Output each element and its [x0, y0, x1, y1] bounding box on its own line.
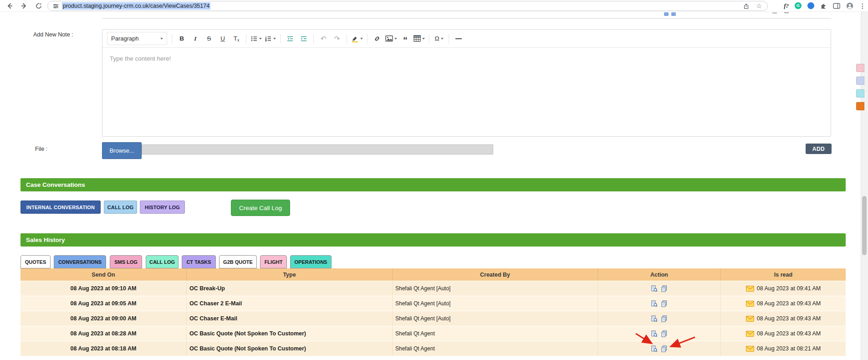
partial-blue-icon[interactable] [671, 12, 676, 16]
table-row: 08 Aug 2023 at 09:00 AM OC Chaser E-Mail… [20, 311, 846, 326]
highlight-button[interactable] [350, 33, 364, 45]
add-note-button[interactable]: ADD [806, 144, 832, 154]
preview-icon[interactable] [651, 300, 658, 307]
envelope-icon [746, 301, 754, 307]
bold-button[interactable]: B [175, 33, 189, 45]
side-panel-icon[interactable] [833, 3, 840, 9]
is-read-text: 08 Aug 2023 at 08:21 AM [757, 345, 821, 352]
envelope-icon [746, 346, 754, 352]
redo-button[interactable]: ↷ [330, 33, 344, 45]
fonts-extension-icon[interactable]: f? [784, 2, 789, 10]
side-tab-lavender[interactable] [856, 77, 864, 85]
is-read-text: 08 Aug 2023 at 09:43 AM [757, 315, 821, 322]
site-info-icon[interactable] [53, 3, 59, 9]
bookmark-star-icon[interactable]: ☆ [756, 3, 762, 9]
col-header-send-on: Send On [20, 268, 187, 281]
blockquote-button[interactable]: “ [398, 31, 412, 46]
copy-document-icon[interactable] [661, 345, 668, 352]
sales-history-table: Send On Type Created By Action Is read 0… [20, 268, 846, 356]
tab-call-log[interactable]: CALL LOG [146, 255, 179, 268]
copy-document-icon[interactable] [661, 300, 668, 307]
table-header-row: Send On Type Created By Action Is read [20, 268, 846, 281]
blue-extension-icon[interactable] [807, 2, 814, 9]
chevron-down-icon [394, 38, 397, 40]
tab-sms-log[interactable]: SMS LOG [110, 255, 142, 268]
editor-toolbar: Paragraph B I S U Tx [102, 30, 831, 48]
url-text[interactable]: product.staging.journey-crm.co.uk/case/V… [62, 3, 210, 9]
reload-icon[interactable] [33, 0, 45, 11]
remove-format-button[interactable]: Tx [230, 33, 243, 45]
toolbar-separator [280, 34, 281, 43]
preview-icon[interactable] [651, 345, 658, 352]
insert-table-button[interactable] [412, 33, 426, 45]
tab-conversations[interactable]: CONVERSATIONS [54, 255, 106, 268]
numbered-list-button[interactable] [263, 33, 277, 45]
section-divider [102, 18, 831, 19]
cell-type: OC Chaser E-Mail [187, 311, 393, 326]
table-row: 08 Aug 2023 at 08:28 AM OC Basic Quote (… [20, 326, 846, 341]
decrease-indent-button[interactable] [283, 33, 297, 45]
underline-button[interactable]: U [216, 33, 230, 45]
is-read-text: 08 Aug 2023 at 09:43 AM [757, 330, 821, 337]
profile-avatar-icon[interactable] [846, 2, 853, 10]
tab-quotes[interactable]: QUOTES [20, 255, 51, 268]
side-tab-orange[interactable] [856, 102, 864, 110]
forward-icon[interactable] [18, 0, 30, 11]
back-icon[interactable] [4, 0, 15, 11]
cell-send-on: 08 Aug 2023 at 09:10 AM [20, 281, 187, 296]
extensions-puzzle-icon[interactable] [820, 2, 827, 9]
cell-is-read: 08 Aug 2023 at 09:43 AM [721, 326, 846, 341]
share-icon[interactable] [743, 3, 750, 10]
file-input-field[interactable] [142, 144, 493, 154]
chevron-down-icon [259, 38, 262, 40]
add-new-note-label: Add New Note : [33, 31, 73, 38]
bulleted-list-button[interactable] [249, 33, 263, 45]
toolbar-separator [347, 34, 347, 43]
copy-document-icon[interactable] [661, 315, 668, 322]
case-conversations-header: Case Conversations [20, 178, 846, 191]
link-button[interactable] [370, 33, 384, 45]
undo-button[interactable]: ↶ [317, 33, 330, 45]
chevron-down-icon [273, 38, 276, 40]
side-tab-cyan[interactable] [856, 89, 864, 98]
paragraph-format-select[interactable]: Paragraph [107, 32, 167, 45]
is-read-text: 08 Aug 2023 at 09:41 AM [757, 285, 821, 292]
side-tab-pink[interactable] [856, 64, 864, 72]
cell-is-read: 08 Aug 2023 at 09:43 AM [721, 311, 846, 326]
partial-blue-icon[interactable] [664, 12, 669, 16]
tab-flight[interactable]: FLIGHT [260, 255, 287, 268]
address-bar[interactable]: product.staging.journey-crm.co.uk/case/V… [47, 1, 768, 11]
tab-g2b-quote[interactable]: G2B QUOTE [219, 255, 257, 268]
preview-icon[interactable] [651, 330, 658, 337]
internal-conversation-button[interactable]: INTERNAL CONVERSATION [20, 201, 101, 214]
remove-format-x: x [237, 38, 240, 42]
tab-operations[interactable]: OPERATIONS [290, 255, 332, 268]
envelope-icon [746, 286, 754, 292]
increase-indent-button[interactable] [297, 33, 311, 45]
chevron-down-icon [160, 38, 163, 40]
remove-format-t: T [234, 35, 237, 42]
cell-created-by: Shefali Qt Agent [393, 326, 598, 341]
grammarly-extension-icon[interactable]: G [795, 2, 802, 9]
italic-button[interactable]: I [189, 33, 202, 45]
horizontal-line-button[interactable] [452, 33, 465, 45]
rich-text-editor: Paragraph B I S U Tx [102, 29, 831, 137]
insert-image-button[interactable] [384, 33, 398, 45]
browse-button[interactable]: Browse... [102, 142, 142, 159]
preview-icon[interactable] [651, 315, 658, 322]
special-character-button[interactable]: Ω [432, 33, 446, 45]
copy-document-icon[interactable] [661, 285, 668, 292]
toolbar-separator [429, 34, 429, 43]
note-content-input[interactable]: Type the content here! [102, 48, 831, 144]
cell-is-read: 08 Aug 2023 at 08:21 AM [721, 341, 846, 356]
scrollbar-thumb[interactable] [862, 196, 867, 255]
call-log-button[interactable]: CALL LOG [104, 201, 137, 214]
create-call-log-button[interactable]: Create Call Log [231, 200, 290, 216]
strikethrough-button[interactable]: S [202, 33, 216, 45]
tab-ct-tasks[interactable]: CT TASKS [182, 255, 216, 268]
history-log-button[interactable]: HISTORY LOG [140, 201, 185, 214]
copy-document-icon[interactable] [661, 330, 668, 337]
menu-dots-icon[interactable]: ⋮ [859, 2, 866, 10]
chevron-down-icon [441, 38, 444, 40]
preview-icon[interactable] [651, 285, 658, 292]
